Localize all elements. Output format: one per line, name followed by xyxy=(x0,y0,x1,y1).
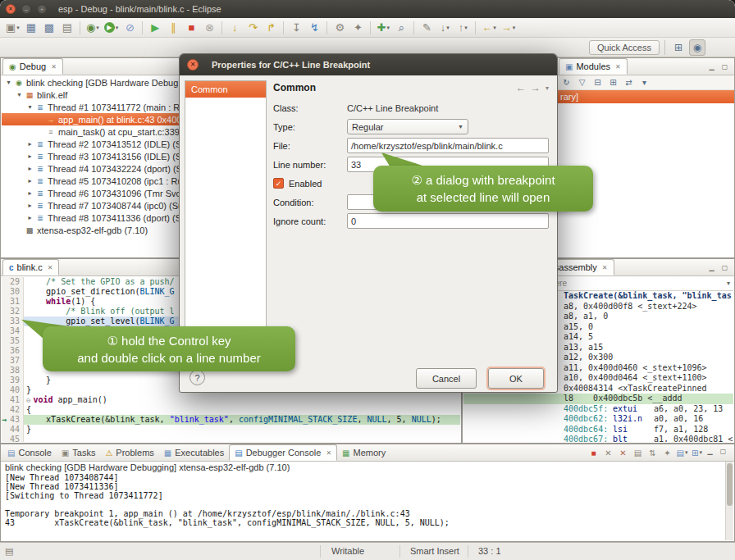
step-return-icon[interactable]: ↱ xyxy=(262,20,279,36)
maximize-view-icon[interactable]: ▢ xyxy=(719,61,730,71)
maximize-view-icon[interactable]: ▢ xyxy=(719,262,730,272)
scrollbar-thumb[interactable] xyxy=(727,463,733,506)
instruction-stepping-icon[interactable]: ↯ xyxy=(306,20,322,36)
tab-debugger-console[interactable]: ▤Debugger Console✕ xyxy=(229,444,337,461)
refresh-icon[interactable]: ↻ xyxy=(559,76,573,89)
dialog-close-button[interactable]: ✕ xyxy=(187,59,199,71)
line-number[interactable]: 33 xyxy=(2,316,23,326)
scroll-lock-icon[interactable]: ⇅ xyxy=(646,447,660,459)
save-all-icon[interactable]: ▩ xyxy=(41,20,57,36)
window-close-button[interactable]: ✕ xyxy=(6,4,16,14)
quick-access-button[interactable]: Quick Access xyxy=(589,40,660,55)
line-number[interactable]: 35 xyxy=(2,336,23,346)
collapse-all-icon[interactable]: ⊟ xyxy=(591,76,605,89)
window-maximize-button[interactable]: + xyxy=(37,4,47,14)
tab-problems[interactable]: ⚠Problems xyxy=(100,444,158,461)
display-console-icon[interactable]: ▤▾ xyxy=(675,447,689,459)
code-line[interactable]: ⊖void app_main() xyxy=(24,395,460,405)
gear-icon[interactable]: ⚙ xyxy=(331,20,348,36)
disconnect-icon[interactable]: ⊗ xyxy=(201,20,217,36)
line-number[interactable]: 42 xyxy=(2,405,23,415)
line-number[interactable]: 31 xyxy=(2,297,23,307)
file-input[interactable] xyxy=(347,138,549,153)
code-line[interactable] xyxy=(24,435,460,442)
close-icon[interactable]: ✕ xyxy=(48,264,53,271)
line-number[interactable]: 43→ xyxy=(2,415,23,425)
suspend-icon[interactable]: ∥ xyxy=(165,20,181,36)
edit-icon[interactable]: ✎ xyxy=(418,20,435,36)
pin-console-icon[interactable]: ✦ xyxy=(660,447,674,459)
minimize-view-icon[interactable]: ▁ xyxy=(706,61,717,71)
view-menu-icon[interactable]: ▾ xyxy=(637,76,651,89)
pin-icon[interactable]: ✦ xyxy=(349,20,366,36)
run-icon[interactable]: ▶▾ xyxy=(103,20,121,36)
code-line[interactable]: { xyxy=(24,405,460,415)
ok-button[interactable]: OK xyxy=(488,368,544,389)
tree-expander-icon[interactable]: ▸ xyxy=(25,177,34,184)
tree-expander-icon[interactable]: ▸ xyxy=(25,189,34,197)
tree-expander-icon[interactable]: ▸ xyxy=(25,153,34,160)
save-icon[interactable]: ▦ xyxy=(23,20,39,36)
line-number[interactable]: 36 xyxy=(2,346,23,356)
filter-icon[interactable]: ▽ xyxy=(575,76,589,89)
line-number[interactable]: 40 xyxy=(2,385,23,395)
code-line[interactable]: } xyxy=(24,425,460,435)
line-number[interactable]: 41 xyxy=(2,395,23,405)
link-editor-icon[interactable]: ⇄ xyxy=(622,76,636,89)
line-number[interactable]: 29 xyxy=(2,277,23,287)
type-dropdown[interactable]: Regular ▼ xyxy=(347,119,468,134)
new-wizard-icon[interactable]: ▣▾ xyxy=(4,20,21,36)
next-annotation-icon[interactable]: ↓▾ xyxy=(436,20,453,36)
expand-all-icon[interactable]: ⊞ xyxy=(606,76,620,89)
debug-perspective-icon[interactable]: ◉ xyxy=(689,39,705,56)
line-number[interactable]: 37 xyxy=(2,356,23,366)
close-icon[interactable]: ✕ xyxy=(51,63,57,71)
maximize-view-icon[interactable]: ▢ xyxy=(718,446,728,456)
forward-icon[interactable]: → xyxy=(531,82,541,93)
search-icon[interactable]: ⌕ xyxy=(393,20,409,36)
tree-expander-icon[interactable]: ▾ xyxy=(4,79,13,86)
tab-console[interactable]: ▤Console xyxy=(2,444,57,461)
chevron-down-icon[interactable]: ▾ xyxy=(727,280,730,287)
help-button[interactable]: ? xyxy=(189,370,205,385)
terminate-icon[interactable]: ■ xyxy=(183,20,199,36)
sidebar-item-common[interactable]: Common xyxy=(185,81,266,98)
close-icon[interactable]: ✕ xyxy=(326,449,331,457)
step-into-icon[interactable]: ↓ xyxy=(226,20,243,36)
ignore-count-input[interactable] xyxy=(347,213,549,229)
resume-icon[interactable]: ▶ xyxy=(147,20,163,36)
tab-blink-c[interactable]: c blink.c ✕ xyxy=(2,259,59,275)
back-icon[interactable]: ← xyxy=(516,82,526,93)
tab-modules[interactable]: ▣ Modules ✕ xyxy=(559,58,628,75)
line-number[interactable]: 30 xyxy=(2,287,23,297)
tree-expander-icon[interactable]: ▸ xyxy=(25,214,34,221)
minimize-view-icon[interactable]: ▁ xyxy=(706,262,717,272)
tree-expander-icon[interactable]: ▾ xyxy=(15,91,24,98)
tab-memory[interactable]: ▦Memory xyxy=(337,444,390,461)
line-number[interactable]: 44 xyxy=(2,425,23,435)
close-icon[interactable]: ✕ xyxy=(602,264,608,271)
skip-breakpoints-icon[interactable]: ⊘ xyxy=(121,20,138,36)
minimize-view-icon[interactable]: ▁ xyxy=(705,446,715,456)
step-over-icon[interactable]: ↷ xyxy=(244,20,261,36)
console-scrollbar[interactable] xyxy=(725,462,733,540)
new-project-icon[interactable]: ✚▾ xyxy=(375,20,391,36)
remove-all-launches-icon[interactable]: ✕ xyxy=(616,447,630,459)
line-number[interactable]: 34 xyxy=(2,326,23,336)
open-perspective-icon[interactable]: ⊞ xyxy=(670,39,687,56)
fold-marker-icon[interactable]: ⊖ xyxy=(26,396,30,404)
clear-console-icon[interactable]: ▤ xyxy=(631,447,645,459)
drop-to-frame-icon[interactable]: ↧ xyxy=(288,20,304,36)
tab-tasks[interactable]: ▣Tasks xyxy=(57,444,101,461)
tree-expander-icon[interactable]: ▸ xyxy=(25,165,34,172)
remove-launch-icon[interactable]: ✕ xyxy=(601,447,615,459)
enabled-checkbox[interactable]: ✓ Enabled xyxy=(273,178,322,189)
tree-expander-icon[interactable]: ▸ xyxy=(25,202,34,209)
cancel-button[interactable]: Cancel xyxy=(416,368,477,389)
prev-annotation-icon[interactable]: ↑▾ xyxy=(454,20,471,36)
tab-executables[interactable]: ▦Executables xyxy=(159,444,229,461)
modules-selected-item[interactable]: rary] xyxy=(557,90,734,103)
line-number[interactable]: 32 xyxy=(2,307,23,316)
line-number[interactable]: 38 xyxy=(2,366,23,376)
close-icon[interactable]: ✕ xyxy=(615,63,621,71)
